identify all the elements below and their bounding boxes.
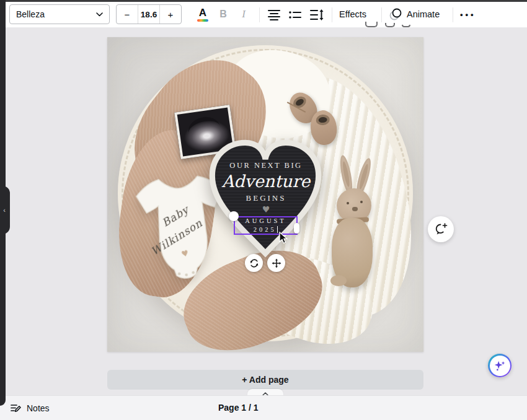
canva-editor: Belleza − 18.6 + A B I — [0, 0, 527, 420]
line-spacing-icon — [309, 9, 324, 21]
clipped-toolbar-icon[interactable] — [402, 25, 410, 27]
notes-icon — [10, 403, 22, 414]
rainbow-underline — [197, 19, 208, 22]
font-size-decrease-button[interactable]: − — [117, 5, 138, 24]
rotate-icon — [249, 258, 259, 268]
design-canvas[interactable]: Baby Wilkinson ♥ — [107, 37, 423, 352]
heart-icon: ♥ — [180, 248, 190, 260]
status-bar: Notes Page 1 / 1 — [0, 395, 527, 420]
font-size-stepper: − 18.6 + — [116, 4, 182, 24]
toolbar-divider — [332, 7, 332, 22]
bold-button[interactable]: B — [215, 4, 231, 24]
magic-assistant-button[interactable] — [488, 354, 512, 377]
sparkles-icon — [493, 359, 507, 372]
bulleted-list-icon — [288, 9, 302, 21]
toolbar-divider — [259, 7, 260, 22]
animate-icon — [389, 7, 402, 21]
rotate-button[interactable] — [245, 254, 263, 272]
page-indicator: Page 1 / 1 — [218, 403, 259, 413]
font-size-increase-button[interactable]: + — [160, 5, 181, 24]
comment-plus-icon — [434, 222, 448, 236]
move-icon — [272, 258, 281, 268]
clipped-toolbar-icon[interactable] — [385, 23, 395, 27]
heart-letterboard — [202, 131, 329, 258]
text-color-button[interactable]: A — [193, 4, 212, 24]
selection-handle-right[interactable] — [294, 223, 299, 234]
text-toolbar: Belleza − 18.6 + A B I — [6, 2, 527, 28]
bulleted-list-button[interactable] — [286, 7, 304, 23]
add-comment-button[interactable] — [428, 216, 454, 242]
font-family-value: Belleza — [16, 9, 45, 19]
add-page-button[interactable]: + Add page — [107, 370, 423, 390]
effects-button[interactable]: Effects — [339, 4, 366, 24]
font-size-value[interactable]: 18.6 — [138, 5, 160, 24]
line-spacing-button[interactable] — [308, 7, 326, 23]
more-options-button[interactable]: ••• — [460, 4, 476, 24]
text-align-button[interactable] — [265, 7, 283, 23]
clipped-toolbar-icon[interactable] — [365, 22, 378, 27]
italic-button[interactable]: I — [236, 4, 252, 24]
toolbar-divider — [453, 7, 453, 22]
window-top-edge — [0, 0, 527, 2]
notes-button[interactable]: Notes — [10, 401, 50, 416]
sidebar-collapse-handle[interactable]: ‹ — [0, 186, 10, 234]
chevron-down-icon — [96, 12, 103, 17]
knit-bunny — [324, 154, 399, 299]
animate-button[interactable]: Animate — [389, 4, 440, 24]
chevron-left-icon: ‹ — [3, 207, 6, 214]
toolbar-divider — [381, 7, 382, 22]
magic-inner — [490, 356, 510, 376]
move-button[interactable] — [267, 254, 285, 272]
text-selection-box[interactable] — [234, 216, 298, 235]
font-family-select[interactable]: Belleza — [9, 4, 110, 24]
text-align-center-icon — [267, 9, 281, 21]
selection-handle-left[interactable] — [229, 211, 239, 221]
